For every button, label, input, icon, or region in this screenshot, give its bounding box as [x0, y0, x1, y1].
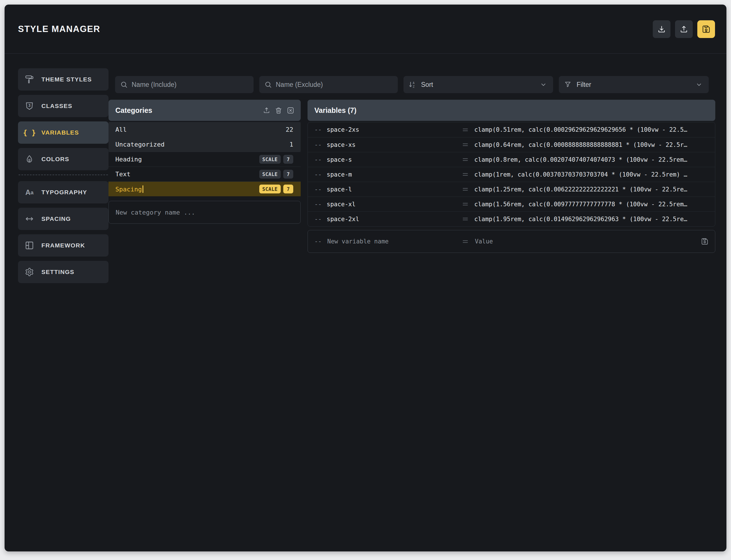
svg-text:3: 3: [28, 103, 31, 108]
variable-row[interactable]: -- space-m clamp(1rem, calc(0.0037037037…: [308, 167, 715, 182]
equals-icon: [461, 141, 474, 149]
variable-name: space-2xl: [327, 216, 461, 223]
sidebar-item-label: CLASSES: [41, 103, 72, 109]
category-name-editing[interactable]: Spacing: [115, 185, 259, 193]
search-icon: [265, 81, 272, 88]
sidebar-item-spacing[interactable]: SPACING: [18, 208, 109, 230]
search-icon: [120, 81, 128, 88]
upload-button[interactable]: [675, 20, 693, 38]
equals-icon: [461, 215, 474, 223]
variable-prefix: --: [315, 216, 327, 223]
sidebar-item-colors[interactable]: COLORS: [18, 148, 109, 170]
new-variable-value-input[interactable]: [474, 238, 694, 245]
upload-icon: [680, 25, 688, 33]
variable-row[interactable]: -- space-2xl clamp(1.95rem, calc(0.01496…: [308, 211, 715, 226]
category-row-text[interactable]: Text SCALE 7: [109, 167, 301, 181]
download-button[interactable]: [653, 20, 670, 38]
category-row-uncategorized[interactable]: Uncategorized 1: [109, 137, 301, 152]
category-count: 1: [290, 141, 293, 148]
category-row-heading[interactable]: Heading SCALE 7: [109, 152, 301, 167]
droplet-icon: [24, 155, 35, 164]
equals-icon: [461, 238, 474, 245]
scale-badge: SCALE: [259, 155, 281, 164]
name-include-box: [115, 76, 254, 93]
curly-braces-icon: { }: [24, 129, 35, 136]
header-actions: [653, 20, 715, 38]
count-badge: 7: [283, 170, 293, 179]
equals-icon: [461, 185, 474, 193]
variable-name: space-l: [327, 186, 461, 193]
sidebar-item-theme-styles[interactable]: THEME STYLES: [18, 68, 109, 91]
arrows-horizontal-icon: [24, 214, 35, 223]
name-exclude-input[interactable]: [259, 76, 398, 93]
variables-list: -- space-2xs clamp(0.51rem, calc(0.00029…: [308, 122, 715, 227]
app-header: STYLE MANAGER: [5, 5, 726, 54]
save-icon: [701, 238, 708, 245]
variable-name: space-xl: [327, 201, 461, 208]
sidebar-item-typography[interactable]: Aa TYPOGRAPHY: [18, 181, 109, 203]
sidebar-item-classes[interactable]: 3 CLASSES: [18, 95, 109, 117]
variable-name: space-m: [327, 171, 461, 178]
sidebar-item-variables[interactable]: { } VARIABLES: [18, 121, 109, 144]
paint-roller-icon: [24, 75, 35, 84]
variable-prefix: --: [315, 186, 327, 193]
style-manager-app: STYLE MANAGER: [5, 5, 726, 551]
upload-category-icon[interactable]: [263, 107, 271, 114]
new-category-input[interactable]: [109, 201, 301, 224]
filter-select[interactable]: Filter: [559, 76, 709, 93]
category-name: Uncategorized: [115, 141, 290, 148]
variable-prefix: --: [315, 171, 327, 178]
chevron-down-icon: [540, 81, 547, 88]
aa-icon: Aa: [24, 189, 35, 196]
save-button[interactable]: [697, 20, 715, 38]
category-name: Text: [115, 171, 259, 178]
layout-icon: [24, 241, 35, 250]
equals-icon: [461, 171, 474, 178]
name-exclude-box: [259, 76, 398, 93]
variable-prefix: --: [315, 201, 327, 208]
scale-badge: SCALE: [259, 185, 281, 193]
main-content: A Z Sort: [109, 54, 715, 287]
variable-name: space-s: [327, 156, 461, 163]
variable-row[interactable]: -- space-xl clamp(1.56rem, calc(0.009777…: [308, 197, 715, 211]
categories-header: Categories: [109, 100, 301, 121]
sidebar: THEME STYLES 3 CLASSES { } VARIABLES: [18, 54, 109, 287]
scale-badge: SCALE: [259, 170, 281, 179]
filter-label: Filter: [576, 81, 591, 89]
category-row-spacing[interactable]: Spacing SCALE 7: [109, 181, 301, 196]
sort-az-icon: A Z: [408, 81, 416, 89]
save-icon: [702, 25, 710, 33]
sidebar-item-label: FRAMEWORK: [41, 242, 85, 249]
category-name: All: [115, 126, 286, 133]
variable-row[interactable]: -- space-s clamp(0.8rem, calc(0.00207407…: [308, 152, 715, 167]
name-include-input[interactable]: [115, 76, 254, 93]
count-badge: 7: [283, 155, 293, 164]
equals-icon: [461, 126, 474, 134]
variable-name: space-2xs: [327, 126, 461, 133]
clear-x-square-icon[interactable]: [287, 107, 295, 114]
categories-panel: Categories: [109, 100, 301, 253]
sidebar-divider: [19, 175, 108, 175]
variable-value: clamp(1.95rem, calc(0.014962962962962963…: [474, 216, 715, 223]
chevron-down-icon: [696, 81, 702, 88]
svg-text:A: A: [412, 81, 414, 84]
variable-prefix: --: [315, 141, 327, 148]
sidebar-item-label: SPACING: [41, 215, 71, 222]
sidebar-item-framework[interactable]: FRAMEWORK: [18, 234, 109, 257]
sidebar-item-label: VARIABLES: [41, 129, 79, 136]
variables-panel: Variables (7) -- space-2xs clamp(0.51rem…: [308, 100, 715, 253]
save-variable-button[interactable]: [694, 238, 715, 245]
funnel-icon: [564, 81, 572, 89]
variable-row[interactable]: -- space-xs clamp(0.64rem, calc(0.000888…: [308, 137, 715, 152]
categories-title: Categories: [115, 106, 152, 115]
sidebar-item-label: SETTINGS: [41, 269, 74, 275]
variable-row[interactable]: -- space-2xs clamp(0.51rem, calc(0.00029…: [308, 122, 715, 137]
system-categories-group: All 22 Uncategorized 1: [109, 122, 301, 152]
variable-row[interactable]: -- space-l clamp(1.25rem, calc(0.0062222…: [308, 182, 715, 197]
variable-prefix: --: [315, 238, 327, 245]
sort-select[interactable]: A Z Sort: [403, 76, 553, 93]
sidebar-item-settings[interactable]: SETTINGS: [18, 261, 109, 283]
new-variable-name-input[interactable]: [327, 238, 461, 245]
category-row-all[interactable]: All 22: [109, 122, 301, 137]
trash-icon[interactable]: [275, 107, 283, 114]
